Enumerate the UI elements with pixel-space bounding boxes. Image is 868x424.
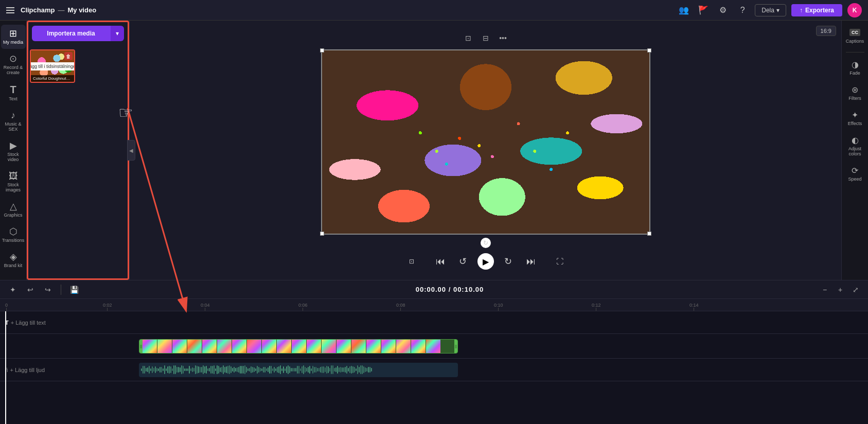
app-name: Clipchamp: [21, 6, 55, 14]
sidebar-item-stock-video[interactable]: ▶ Stock video: [1, 137, 26, 166]
skip-to-end-button[interactable]: ⏭: [523, 253, 539, 270]
caption-toggle-button[interactable]: ⊡: [403, 253, 420, 270]
resize-handle-br[interactable]: [647, 232, 651, 236]
clip-thumb: [366, 340, 381, 353]
resize-handle-tl[interactable]: [320, 48, 324, 52]
right-item-label: Speed: [848, 176, 861, 182]
waveform-bar: [249, 368, 250, 371]
waveform-bar: [223, 365, 224, 374]
delete-media-button[interactable]: 🗑: [64, 52, 73, 60]
sidebar-item-label: Transitions: [2, 238, 25, 243]
waveform-bar: [371, 368, 372, 372]
collapse-panel-button[interactable]: ◀: [127, 140, 135, 161]
waveform-bar: [204, 366, 205, 373]
waveform-bar: [277, 367, 278, 373]
waveform-bar: [172, 368, 173, 370]
help-icon[interactable]: ?: [735, 3, 750, 17]
waveform-bar: [201, 367, 202, 372]
text-track-label[interactable]: T + Lägg till text: [5, 320, 57, 326]
forward-5s-button[interactable]: ↻: [500, 253, 517, 270]
people-icon[interactable]: 👥: [677, 3, 691, 17]
waveform-bar: [260, 368, 261, 371]
redo-button[interactable]: ↪: [41, 283, 55, 296]
media-thumbnail[interactable]: 🗑 + Colorful Doughnuts With Sprinkles Lä…: [30, 49, 75, 83]
crop-button[interactable]: ⊡: [461, 31, 475, 45]
clip-thumb: [217, 340, 232, 353]
save-button[interactable]: 💾: [67, 283, 81, 296]
ruler-mark-4: 0:04: [201, 303, 210, 311]
aspect-button[interactable]: ⊟: [479, 31, 493, 45]
waveform-bar: [146, 368, 147, 371]
zoom-in-button[interactable]: +: [834, 284, 846, 296]
waveform-bar: [158, 368, 159, 371]
waveform-bar: [166, 368, 167, 370]
waveform-bar: [363, 366, 364, 373]
sidebar-item-record-create[interactable]: ⊙ Record &create: [1, 50, 26, 79]
sidebar-item-graphics[interactable]: △ Graphics: [1, 198, 26, 222]
import-media-dropdown[interactable]: ▾: [110, 26, 124, 41]
ruler-mark-10: 0:10: [494, 303, 503, 311]
timeline-playhead[interactable]: [5, 311, 6, 424]
sidebar-item-transitions[interactable]: ⬡ Transitions: [1, 223, 26, 247]
waveform-bar: [237, 367, 238, 372]
ai-magic-button[interactable]: ✦: [6, 283, 20, 296]
sidebar-item-music[interactable]: ♪ Music & SEX: [1, 107, 26, 136]
clip-thumb: [202, 340, 217, 353]
hamburger-menu[interactable]: [6, 7, 14, 13]
waveform-bar: [357, 365, 358, 374]
right-item-label: Adjust colors: [845, 146, 865, 156]
right-item-filters[interactable]: ⊛ Filters: [843, 82, 867, 105]
main-layout: ⊞ My media ⊙ Record &create T Text ♪ Mus…: [0, 21, 868, 280]
sidebar-item-label: Record &create: [4, 65, 23, 75]
speed-icon: ⟳: [852, 167, 858, 175]
add-media-button[interactable]: +: [64, 64, 73, 73]
resize-handle-bl[interactable]: [320, 232, 324, 236]
right-item-speed[interactable]: ⟳ Speed: [843, 163, 867, 186]
user-avatar[interactable]: K: [847, 3, 862, 17]
waveform-bar: [297, 366, 298, 373]
waveform-bar: [184, 368, 185, 371]
sidebar-item-label: My media: [3, 40, 23, 45]
clip-thumbnails: [143, 340, 454, 353]
export-button[interactable]: ↑ Exportera: [791, 4, 842, 16]
import-media-button[interactable]: Importera media: [32, 26, 110, 41]
clip-thumb: [381, 340, 396, 353]
audio-track-label[interactable]: fi + Lägg till ljud: [5, 367, 57, 373]
waveform-bar: [189, 366, 190, 374]
zoom-out-button[interactable]: −: [819, 284, 831, 296]
right-item-adjust-colors[interactable]: ◐ Adjust colors: [843, 132, 867, 161]
waveform-bar: [263, 367, 264, 372]
sidebar-item-text[interactable]: T Text: [1, 80, 26, 105]
video-clip[interactable]: ||: [139, 339, 458, 354]
media-panel-header: Importera media ▾: [27, 21, 129, 46]
settings-icon[interactable]: ⚙: [716, 3, 730, 17]
fit-timeline-button[interactable]: ⤢: [849, 284, 862, 296]
undo-button[interactable]: ↩: [24, 283, 37, 296]
waveform-bar: [156, 368, 157, 372]
share-button[interactable]: Dela ▾: [755, 4, 786, 16]
audio-waveform: [139, 363, 458, 377]
video-track: ||: [0, 334, 868, 359]
rewind-5s-button[interactable]: ↺: [455, 253, 471, 270]
right-item-fade[interactable]: ◑ Fade: [843, 57, 867, 80]
sidebar-item-stock-images[interactable]: 🖼 Stock images: [1, 167, 26, 197]
skip-to-start-button[interactable]: ⏮: [432, 253, 449, 270]
waveform-bar: [180, 367, 181, 373]
waveform-bar: [314, 367, 315, 373]
video-frame: [322, 50, 649, 234]
fullscreen-button[interactable]: ⛶: [552, 253, 568, 270]
play-button[interactable]: ▶: [477, 253, 494, 270]
waveform-bar: [291, 368, 292, 371]
waveform-bar: [266, 368, 267, 371]
resize-handle-tr[interactable]: [647, 48, 651, 52]
sidebar-item-my-media[interactable]: ⊞ My media: [1, 25, 26, 49]
flag-icon[interactable]: 🚩: [696, 3, 711, 17]
timeline-ruler: 0 0:02 0:04 0:06 0:08 0:10 0:12 0:14: [0, 299, 868, 311]
rotate-handle[interactable]: ↻: [481, 238, 491, 248]
right-item-effects[interactable]: ✦ Effects: [843, 107, 867, 130]
right-item-captions[interactable]: CC Captions: [843, 25, 867, 48]
sidebar-item-brand-kit[interactable]: ◈ Brand kit: [1, 248, 26, 272]
clip-handle-right[interactable]: ||: [454, 340, 457, 353]
more-button[interactable]: •••: [496, 31, 510, 45]
waveform-bar: [240, 366, 241, 374]
